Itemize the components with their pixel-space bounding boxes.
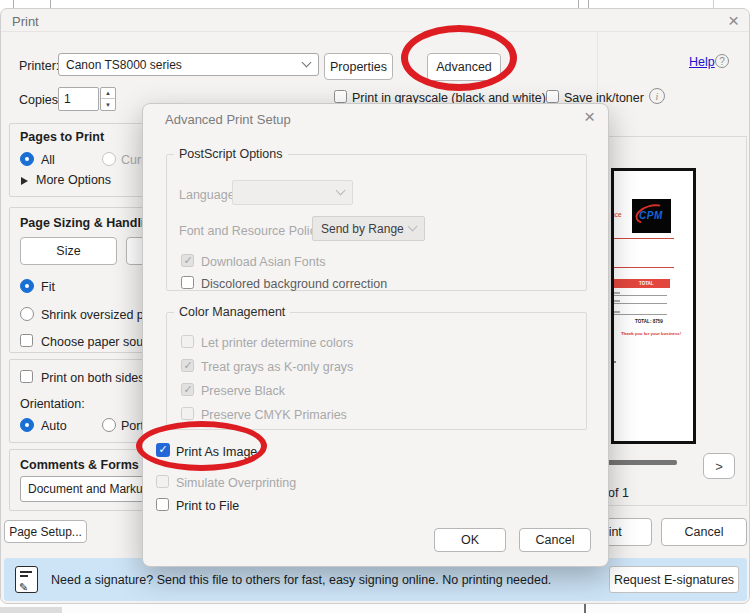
screen: Print × Printer: Canon TS8000 series Pro… xyxy=(0,0,750,613)
request-esignatures-button[interactable]: Request E-signatures xyxy=(609,566,739,593)
signature-document-icon: ✎ xyxy=(15,566,38,593)
next-page-icon: > xyxy=(715,459,723,474)
preview-row xyxy=(611,361,616,363)
grayscale-checkbox[interactable] xyxy=(334,90,347,103)
annotation-circle-print-as-image xyxy=(136,421,267,471)
background-app-top xyxy=(0,0,750,8)
kgray-checkbox xyxy=(181,359,194,372)
print-dialog-title: Print xyxy=(12,14,39,29)
advanced-cancel-button[interactable]: Cancel xyxy=(519,528,591,552)
page-setup-label: Page Setup... xyxy=(9,525,82,539)
page-preview-thumbnail: nance CPM TOTAL TOTAL: 8759 Thank you fo… xyxy=(611,168,696,444)
portrait-radio[interactable] xyxy=(102,418,116,432)
ok-button-label: OK xyxy=(461,533,479,547)
preserve-black-checkbox xyxy=(181,383,194,396)
cancel-button-label: Cancel xyxy=(685,525,724,539)
simulate-overprinting-label: Simulate Overprinting xyxy=(176,476,296,490)
current-radio[interactable] xyxy=(102,152,116,166)
color-management-group: Color Management Let printer determine c… xyxy=(166,305,587,430)
font-policy-select[interactable]: Send by Range xyxy=(312,216,425,241)
download-asian-fonts-checkbox xyxy=(181,254,194,267)
scrollbar-thumb[interactable] xyxy=(584,604,586,613)
properties-button[interactable]: Properties xyxy=(324,53,393,80)
print-to-file-label: Print to File xyxy=(176,499,239,513)
preserve-black-label: Preserve Black xyxy=(201,384,285,398)
both-sides-checkbox[interactable] xyxy=(20,370,33,383)
let-printer-determine-label: Let printer determine colors xyxy=(201,336,353,350)
print-to-file-checkbox[interactable] xyxy=(156,498,169,511)
font-policy-label: Font and Resource Policy: xyxy=(179,224,326,238)
close-icon[interactable]: × xyxy=(584,106,595,128)
preview-row xyxy=(611,290,667,296)
preserve-cmyk-label: Preserve CMYK Primaries xyxy=(201,408,347,422)
properties-button-label: Properties xyxy=(330,60,387,74)
ok-button[interactable]: OK xyxy=(434,528,506,552)
pages-to-print-heading: Pages to Print xyxy=(20,130,104,144)
divider xyxy=(713,0,714,8)
discolored-correction-label: Discolored background correction xyxy=(201,277,387,291)
choose-paper-checkbox[interactable] xyxy=(20,334,33,347)
more-options-label[interactable]: More Options xyxy=(36,173,111,187)
expander-arrow-icon[interactable] xyxy=(21,177,28,185)
download-asian-fonts-label: Download Asian Fonts xyxy=(201,255,325,269)
page-count-text: of 1 xyxy=(608,486,629,500)
cancel-button[interactable]: Cancel xyxy=(661,518,747,546)
close-icon[interactable]: × xyxy=(728,10,739,32)
help-link[interactable]: Help xyxy=(689,55,715,69)
printer-select-value: Canon TS8000 series xyxy=(66,58,182,72)
preview-red-text: nance xyxy=(611,211,622,218)
fit-radio-label: Fit xyxy=(41,280,55,294)
copies-stepper[interactable]: ▲ ▼ xyxy=(100,87,116,111)
postscript-options-legend: PostScript Options xyxy=(174,147,288,161)
shrink-radio[interactable] xyxy=(20,307,34,321)
size-button[interactable]: Size xyxy=(20,237,117,265)
copies-input[interactable]: 1 xyxy=(58,87,99,111)
chevron-down-icon xyxy=(302,57,312,67)
copies-value: 1 xyxy=(64,92,71,106)
font-policy-value: Send by Range xyxy=(321,222,404,236)
divider xyxy=(611,238,674,239)
auto-radio-label: Auto xyxy=(41,419,67,433)
preview-row xyxy=(611,298,667,304)
preview-zoom-slider[interactable] xyxy=(603,460,677,465)
divider xyxy=(578,0,579,8)
discolored-correction-checkbox[interactable] xyxy=(181,276,194,289)
postscript-options-group: PostScript Options Language: Font and Re… xyxy=(166,147,587,291)
page-sizing-heading: Page Sizing & Handling xyxy=(20,216,160,230)
printer-select[interactable]: Canon TS8000 series xyxy=(58,53,319,76)
help-icon[interactable]: ? xyxy=(715,54,729,68)
background-app-bottom xyxy=(0,604,750,613)
preserve-cmyk-checkbox xyxy=(181,407,194,420)
stepper-down-icon[interactable]: ▼ xyxy=(101,99,115,110)
divider xyxy=(588,0,589,8)
simulate-overprinting-checkbox xyxy=(156,475,169,488)
chevron-down-icon xyxy=(336,185,346,195)
divider xyxy=(13,0,14,8)
auto-radio[interactable] xyxy=(20,418,34,432)
divider xyxy=(0,607,62,613)
orientation-label: Orientation: xyxy=(20,397,85,411)
comments-forms-heading: Comments & Forms xyxy=(20,458,139,472)
fit-radio[interactable] xyxy=(20,279,34,293)
next-page-button[interactable]: > xyxy=(703,453,735,479)
save-ink-checkbox[interactable] xyxy=(546,90,559,103)
size-button-label: Size xyxy=(56,244,80,258)
advanced-print-setup-dialog: Advanced Print Setup × PostScript Option… xyxy=(142,103,609,567)
stepper-up-icon[interactable]: ▲ xyxy=(101,88,115,99)
language-label: Language: xyxy=(179,188,238,202)
printer-label: Printer: xyxy=(19,59,59,73)
color-management-legend: Color Management xyxy=(174,305,290,319)
advanced-cancel-label: Cancel xyxy=(536,533,575,547)
language-select xyxy=(232,180,353,205)
let-printer-determine-checkbox xyxy=(181,335,194,348)
comments-forms-value: Document and Markups xyxy=(28,482,155,496)
chevron-down-icon xyxy=(408,221,418,231)
all-radio[interactable] xyxy=(20,152,34,166)
info-icon[interactable]: i xyxy=(649,88,665,104)
divider xyxy=(611,267,674,268)
preview-row xyxy=(611,309,667,315)
preview-total: TOTAL: 8759 xyxy=(635,319,663,324)
annotation-circle-advanced xyxy=(401,25,517,91)
divider xyxy=(50,0,51,8)
page-setup-button[interactable]: Page Setup... xyxy=(4,520,87,543)
